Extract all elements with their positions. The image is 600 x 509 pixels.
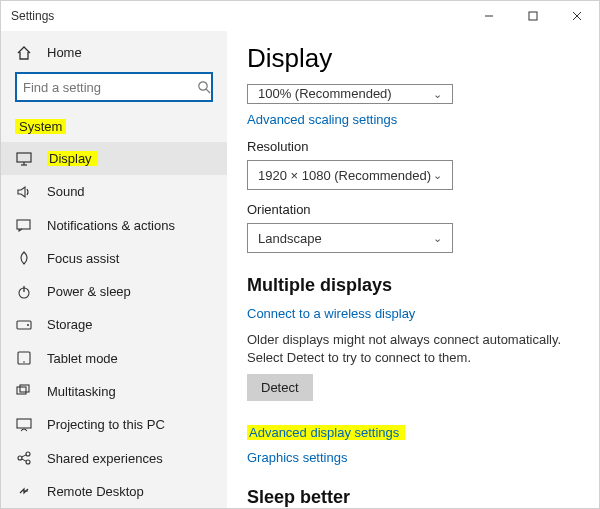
detect-help-text: Older displays might not always connect … xyxy=(247,331,567,366)
svg-rect-17 xyxy=(20,385,29,392)
section-system: System xyxy=(15,119,66,134)
section-label: System xyxy=(1,110,227,141)
sidebar-item-label: Focus assist xyxy=(47,251,119,266)
multitasking-icon xyxy=(15,384,33,398)
home-label: Home xyxy=(47,45,82,60)
sidebar-item-label: Notifications & actions xyxy=(47,218,175,233)
sidebar-item-power-sleep[interactable]: Power & sleep xyxy=(1,275,227,308)
focus-icon xyxy=(15,250,33,266)
resolution-value: 1920 × 1080 (Recommended) xyxy=(258,168,431,183)
sleep-better-heading: Sleep better xyxy=(247,487,575,508)
search-input[interactable] xyxy=(17,80,197,95)
close-button[interactable] xyxy=(555,1,599,31)
resolution-label: Resolution xyxy=(247,139,575,154)
tablet-icon xyxy=(15,351,33,365)
sidebar-item-label: Power & sleep xyxy=(47,284,131,299)
content: Display 100% (Recommended) ⌄ Advanced sc… xyxy=(227,31,599,508)
sidebar-item-label: Storage xyxy=(47,317,93,332)
page-title: Display xyxy=(247,43,575,74)
sidebar: Home System Display xyxy=(1,31,227,508)
sidebar-item-notifications[interactable]: Notifications & actions xyxy=(1,208,227,241)
sidebar-item-label: Shared experiences xyxy=(47,451,163,466)
svg-line-22 xyxy=(22,455,27,457)
scale-dropdown[interactable]: 100% (Recommended) ⌄ xyxy=(247,84,453,104)
remote-icon xyxy=(15,484,33,498)
body: Home System Display xyxy=(1,31,599,508)
sidebar-item-focus-assist[interactable]: Focus assist xyxy=(1,242,227,275)
svg-point-21 xyxy=(26,460,30,464)
sidebar-item-shared[interactable]: Shared experiences xyxy=(1,441,227,474)
sidebar-item-storage[interactable]: Storage xyxy=(1,308,227,341)
advanced-display-link[interactable]: Advanced display settings xyxy=(247,425,405,440)
svg-line-23 xyxy=(22,459,27,461)
projecting-icon xyxy=(15,418,33,432)
search-wrap xyxy=(1,68,227,110)
svg-point-4 xyxy=(199,82,207,90)
storage-icon xyxy=(15,320,33,330)
svg-rect-6 xyxy=(17,153,31,162)
orientation-dropdown[interactable]: Landscape ⌄ xyxy=(247,223,453,253)
sidebar-item-label: Remote Desktop xyxy=(47,484,144,499)
svg-rect-9 xyxy=(17,220,30,229)
search-box[interactable] xyxy=(15,72,213,102)
orientation-value: Landscape xyxy=(258,231,322,246)
minimize-button[interactable] xyxy=(467,1,511,31)
home-button[interactable]: Home xyxy=(1,37,227,68)
svg-rect-16 xyxy=(17,387,26,394)
sidebar-item-label: Projecting to this PC xyxy=(47,417,165,432)
sidebar-item-label: Tablet mode xyxy=(47,351,118,366)
display-icon xyxy=(15,152,33,166)
sidebar-item-multitasking[interactable]: Multitasking xyxy=(1,375,227,408)
sidebar-item-label: Multitasking xyxy=(47,384,116,399)
maximize-button[interactable] xyxy=(511,1,555,31)
shared-icon xyxy=(15,451,33,465)
svg-point-20 xyxy=(26,452,30,456)
settings-window: Settings Home xyxy=(0,0,600,509)
resolution-dropdown[interactable]: 1920 × 1080 (Recommended) ⌄ xyxy=(247,160,453,190)
sound-icon xyxy=(15,185,33,199)
svg-rect-1 xyxy=(529,12,537,20)
svg-point-19 xyxy=(18,456,22,460)
window-controls xyxy=(467,1,599,31)
notifications-icon xyxy=(15,218,33,232)
svg-line-5 xyxy=(206,90,210,94)
connect-wireless-link[interactable]: Connect to a wireless display xyxy=(247,306,415,321)
sidebar-item-label: Display xyxy=(47,151,98,166)
chevron-down-icon: ⌄ xyxy=(433,169,442,182)
sidebar-item-sound[interactable]: Sound xyxy=(1,175,227,208)
chevron-down-icon: ⌄ xyxy=(433,88,442,101)
sidebar-item-display[interactable]: Display xyxy=(1,142,227,175)
svg-point-13 xyxy=(27,324,29,326)
orientation-label: Orientation xyxy=(247,202,575,217)
power-icon xyxy=(15,284,33,300)
svg-rect-18 xyxy=(17,419,31,428)
detect-button[interactable]: Detect xyxy=(247,374,313,401)
window-title: Settings xyxy=(11,9,54,23)
sidebar-item-label: Sound xyxy=(47,184,85,199)
graphics-settings-link[interactable]: Graphics settings xyxy=(247,450,347,465)
sidebar-item-projecting[interactable]: Projecting to this PC xyxy=(1,408,227,441)
titlebar: Settings xyxy=(1,1,599,31)
advanced-scaling-link[interactable]: Advanced scaling settings xyxy=(247,112,397,127)
scale-value: 100% (Recommended) xyxy=(258,86,392,101)
chevron-down-icon: ⌄ xyxy=(433,232,442,245)
svg-point-15 xyxy=(23,361,25,363)
search-icon xyxy=(197,80,211,94)
sidebar-item-tablet[interactable]: Tablet mode xyxy=(1,342,227,375)
home-icon xyxy=(15,45,33,61)
sidebar-item-remote[interactable]: Remote Desktop xyxy=(1,475,227,508)
multiple-displays-heading: Multiple displays xyxy=(247,275,575,296)
